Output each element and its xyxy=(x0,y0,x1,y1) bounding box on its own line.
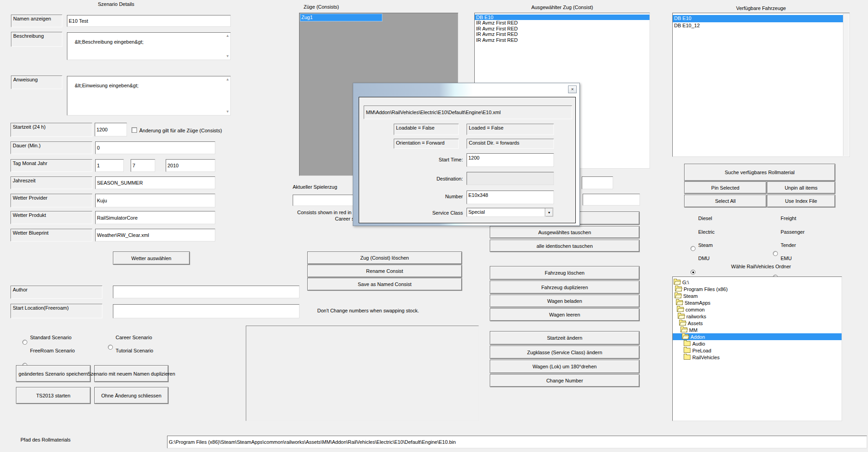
dropdown-arrow-icon[interactable]: ▼ xyxy=(545,208,553,216)
tree-item[interactable]: PreLoad xyxy=(673,347,842,354)
select-all-button[interactable]: Select All xyxy=(684,195,766,207)
folder-open-icon xyxy=(682,334,689,339)
service-class-select[interactable]: Special ▼ xyxy=(467,208,553,217)
delete-consist-button[interactable]: Zug (Consist) löschen xyxy=(307,251,462,264)
name-input[interactable] xyxy=(67,15,231,27)
tree-item[interactable]: Audio xyxy=(673,340,842,347)
consists-note-line1: Consists shown in red in F xyxy=(297,210,356,215)
partially-hidden-input-small[interactable] xyxy=(582,176,613,189)
start-location-input[interactable] xyxy=(113,304,299,318)
save-named-consist-button[interactable]: Save as Named Consist xyxy=(307,278,462,291)
electric-radio[interactable] xyxy=(690,270,695,275)
search-rollmaterial-button[interactable]: Suche verfügbares Rollmaterial xyxy=(684,164,835,181)
vehicle-properties-dialog: ✕ MM\Addon\RailVehicles\Electric\E10\Def… xyxy=(353,83,580,226)
service-class-label: Service Class xyxy=(409,210,463,216)
folder-open-icon xyxy=(674,280,680,285)
selected-consist-title: Ausgewählter Zug (Consist) xyxy=(474,5,650,10)
scrollbar[interactable] xyxy=(843,14,849,156)
weather-provider-input[interactable] xyxy=(95,194,215,207)
weather-product-label: Wetter Produkt xyxy=(10,211,92,224)
folder-icon xyxy=(684,348,690,353)
weather-product-input[interactable] xyxy=(95,211,215,224)
start-time-input[interactable] xyxy=(467,153,554,167)
scroll-up-icon[interactable]: ▲ xyxy=(226,78,229,81)
swap-identical-button[interactable]: alle identischen tauschen xyxy=(490,240,640,252)
year-input[interactable] xyxy=(166,159,215,172)
load-wagon-button[interactable]: Wagen beladen xyxy=(490,295,640,307)
season-input[interactable] xyxy=(95,176,215,189)
tree-item[interactable]: MM xyxy=(673,326,842,333)
instruction-text: &lt;Einweisung eingeben&gt; xyxy=(75,83,138,88)
career-scenario-radio[interactable] xyxy=(108,345,113,350)
number-input[interactable] xyxy=(467,191,554,204)
starttime-input[interactable] xyxy=(95,123,127,136)
tree-item[interactable]: Steam xyxy=(673,292,842,299)
duration-label: Dauer (Min.) xyxy=(10,141,92,154)
standard-scenario-radio[interactable] xyxy=(22,340,27,345)
choose-weather-button[interactable]: Wetter auswählen xyxy=(113,251,190,265)
scroll-down-icon[interactable]: ▼ xyxy=(226,55,229,58)
duplicate-scenario-button[interactable]: Szenario mit neuem Namen duplizieren xyxy=(94,365,168,382)
tree-item[interactable]: G:\ xyxy=(673,279,842,286)
change-service-class-button[interactable]: Zugklasse (Service Class) ändern xyxy=(490,346,640,359)
tree-item[interactable]: SteamApps xyxy=(673,299,842,306)
empty-info-panel xyxy=(246,326,479,421)
partially-hidden-input-wide[interactable] xyxy=(583,194,640,206)
tree-item[interactable]: Assets xyxy=(673,320,842,326)
swap-selected-button[interactable]: Ausgewähltes tauschen xyxy=(490,226,640,238)
author-input[interactable] xyxy=(113,286,299,298)
list-item[interactable]: DB E10 xyxy=(475,15,650,20)
list-item[interactable]: Zug1 xyxy=(300,14,382,21)
diesel-radio[interactable] xyxy=(690,246,695,251)
rotate-wagon-button[interactable]: Wagen (Lok) um 180°drehen xyxy=(490,360,640,373)
freeroam-scenario-label: FreeRoam Scenario xyxy=(30,348,75,353)
day-input[interactable] xyxy=(95,159,124,172)
close-without-saving-button[interactable]: Ohne Änderung schliessen xyxy=(94,387,168,404)
career-scenario-label: Career Scenario xyxy=(116,335,152,340)
description-textarea[interactable]: &lt;Beschreibung eingeben&gt; ▲ ▼ xyxy=(67,32,231,60)
empty-wagon-button[interactable]: Wagen leeren xyxy=(490,308,640,321)
start-ts2013-button[interactable]: TS2013 starten xyxy=(16,387,91,404)
scroll-down-icon[interactable]: ▼ xyxy=(226,110,229,114)
consist-dir-field: Consist Dir. = forwards xyxy=(467,139,554,149)
scenario-editor-window: Szenario Details Namen anzeigen Beschrei… xyxy=(0,0,868,452)
weather-blueprint-input[interactable] xyxy=(95,229,215,241)
instruction-textarea[interactable]: &lt;Einweisung eingeben&gt; ▲ ▼ xyxy=(67,76,231,116)
tutorial-scenario-label: Tutorial Scenario xyxy=(116,348,153,353)
electric-label: Electric xyxy=(698,229,715,235)
railvehicles-folder-tree[interactable]: G:\ Program Files (x86) Steam SteamApps … xyxy=(672,276,842,421)
apply-all-checkbox[interactable] xyxy=(132,127,137,133)
freight-radio[interactable] xyxy=(773,251,778,256)
use-index-file-button[interactable]: Use Index File xyxy=(767,195,835,207)
delete-vehicle-button[interactable]: Fahrzeug löschen xyxy=(490,266,640,280)
month-input[interactable] xyxy=(131,159,155,172)
tree-item[interactable]: railworks xyxy=(673,313,842,320)
tree-item[interactable]: RailVehicles xyxy=(673,354,842,361)
save-scenario-button[interactable]: geändertes Szenario speichern xyxy=(16,365,91,382)
scroll-up-icon[interactable]: ▲ xyxy=(226,34,229,38)
tree-item-selected[interactable]: Addon xyxy=(673,333,842,340)
destination-input[interactable] xyxy=(467,172,554,185)
duplicate-vehicle-button[interactable]: Fahrzeug duplizieren xyxy=(490,281,640,294)
name-label: Namen anzeigen xyxy=(11,15,62,27)
rollmaterial-path-label: Pfad des Rollmaterials xyxy=(20,437,71,442)
tree-item[interactable]: Program Files (x86) xyxy=(673,286,842,292)
unpin-all-button[interactable]: Unpin all items xyxy=(767,181,835,194)
list-item[interactable]: IR Avmz First RED xyxy=(475,26,650,31)
list-item[interactable]: IR Avmz First RED xyxy=(475,20,650,25)
rollmaterial-path-input[interactable] xyxy=(167,436,867,448)
pin-selected-button[interactable]: Pin Selected xyxy=(684,181,766,194)
close-icon[interactable]: ✕ xyxy=(568,85,577,93)
change-number-button[interactable]: Change Number xyxy=(490,374,640,387)
list-item[interactable]: IR Avmz First RED xyxy=(475,31,650,37)
list-item[interactable]: IR Avmz First RED xyxy=(475,37,650,43)
list-item[interactable]: DB E10_12 xyxy=(673,22,849,30)
change-starttime-button[interactable]: Startzeit ändern xyxy=(490,331,640,345)
duration-input[interactable] xyxy=(95,141,215,154)
freight-label: Freight xyxy=(781,216,796,221)
service-class-value: Special xyxy=(467,208,545,216)
rename-consist-button[interactable]: Rename Consist xyxy=(307,265,462,277)
tree-item[interactable]: common xyxy=(673,306,842,313)
available-vehicles-listbox[interactable]: DB E10 DB E10_12 xyxy=(672,13,850,157)
list-item[interactable]: DB E10 xyxy=(673,15,843,22)
